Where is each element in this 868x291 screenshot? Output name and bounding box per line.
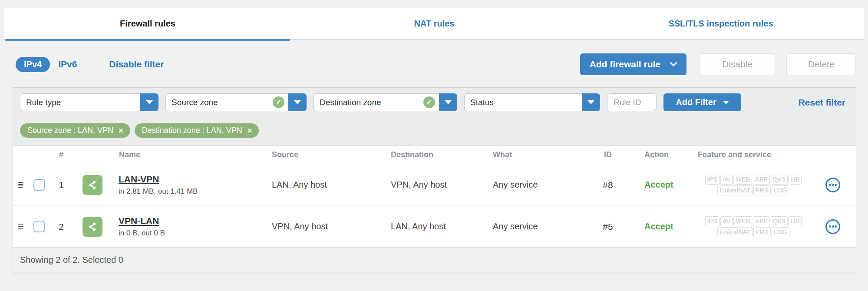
feature-badge: WEB: [733, 216, 752, 226]
ipv6-toggle[interactable]: IPv6: [58, 59, 77, 69]
rule-what: Any service: [493, 222, 591, 231]
table-header-row: # Name Source Destination What ID Action…: [13, 146, 856, 164]
rule-traffic-stats: in 0 B, out 0 B: [119, 229, 165, 238]
triangle-down-icon: [587, 100, 594, 104]
feature-badge: AV: [720, 216, 733, 226]
feature-badge: LinkedNAT: [717, 227, 752, 237]
firewall-rules-table: # Name Source Destination What ID Action…: [13, 146, 856, 271]
add-firewall-rule-label: Add firewall rule: [590, 59, 660, 69]
status-filter-value: Status ✓: [464, 93, 582, 111]
status-filter-dropdown[interactable]: Status ✓: [464, 93, 600, 111]
more-options-icon[interactable]: [825, 178, 840, 192]
feature-badge: QoS: [771, 216, 788, 226]
feature-badge: QoS: [771, 175, 788, 185]
column-header-number: #: [50, 150, 72, 159]
remove-filter-icon[interactable]: ✕: [118, 127, 124, 134]
destination-zone-filter-label: Destination zone: [320, 98, 381, 107]
destination-zone-filter-dropdown[interactable]: Destination zone ✓: [314, 93, 457, 111]
reset-filter-link[interactable]: Reset filter: [798, 97, 845, 108]
row-checkbox[interactable]: [33, 221, 45, 232]
rule-destination: LAN, Any host: [391, 222, 493, 231]
filter-chip-label: Source zone : LAN, VPN: [27, 126, 113, 135]
source-zone-filter-value: Source zone ✓: [165, 93, 288, 111]
delete-button[interactable]: Delete: [786, 53, 856, 75]
add-filter-button[interactable]: Add Filter: [663, 93, 741, 111]
feature-badge: HB: [789, 216, 802, 226]
more-options-icon[interactable]: [825, 219, 840, 234]
network-rule-share-icon: [83, 217, 102, 237]
feature-badge: APP: [753, 216, 770, 226]
column-header-id: ID: [591, 150, 625, 159]
filter-row: Rule type ✓ Source zone ✓ Destination zo…: [13, 88, 856, 111]
disable-filter-link[interactable]: Disable filter: [109, 59, 164, 69]
row-checkbox[interactable]: [33, 179, 45, 191]
filter-chip-destination-zone: Destination zone : LAN, VPN ✕: [135, 123, 259, 138]
column-header-action: Action: [625, 150, 682, 159]
source-zone-filter-dropdown[interactable]: Source zone ✓: [165, 93, 307, 111]
feature-badge: LOG: [772, 185, 789, 195]
network-rule-share-icon: [83, 175, 102, 195]
feature-badge: PRX: [753, 185, 771, 195]
status-filter-label: Status: [470, 98, 494, 107]
column-header-name: Name: [72, 150, 272, 159]
feature-badge: LOG: [772, 227, 789, 237]
rule-type-filter-dropdown[interactable]: Rule type ✓: [20, 93, 158, 111]
tab-ssl-tls-inspection-rules[interactable]: SSL/TLS inspection rules: [578, 8, 864, 39]
column-header-source: Source: [272, 150, 391, 159]
triangle-down-icon: [294, 100, 301, 104]
triangle-down-icon: [146, 100, 153, 104]
rule-name-link[interactable]: LAN-VPN: [119, 174, 159, 185]
feature-badge: WEB: [733, 175, 752, 185]
feature-badge: LinkedNAT: [717, 185, 752, 195]
source-zone-dropdown-button[interactable]: [288, 93, 307, 111]
rule-action: Accept: [625, 180, 682, 190]
feature-badge: IPS: [705, 175, 719, 185]
toolbar: IPv4 IPv6 Disable filter Add firewall ru…: [16, 53, 856, 76]
tab-nat-rules[interactable]: NAT rules: [291, 8, 578, 39]
rule-type-filter-value: Rule type ✓: [20, 93, 140, 111]
row-number: 1: [50, 180, 72, 190]
feature-badge: HB: [789, 175, 802, 185]
source-zone-filter-label: Source zone: [172, 98, 218, 107]
column-header-feature-service: Feature and service: [682, 150, 856, 159]
firewall-rules-panel: Rule type ✓ Source zone ✓ Destination zo…: [13, 87, 856, 274]
remove-filter-icon[interactable]: ✕: [247, 127, 253, 134]
rule-destination: VPN, Any host: [391, 180, 493, 190]
feature-badge: APP: [753, 175, 770, 185]
destination-zone-dropdown-button[interactable]: [439, 93, 457, 111]
rule-action: Accept: [625, 222, 682, 231]
chevron-down-icon: [670, 62, 677, 66]
feature-badge: IPS: [705, 216, 719, 226]
rule-type-filter-label: Rule type: [26, 98, 61, 107]
column-header-destination: Destination: [391, 150, 493, 159]
feature-badges: IPSAVWEBAPPQoSHB LinkedNATPRXLOG: [696, 216, 810, 238]
rule-id-input[interactable]: [607, 93, 657, 111]
triangle-down-icon: [445, 100, 452, 104]
tab-firewall-rules[interactable]: Firewall rules: [4, 8, 291, 39]
table-footer: Showing 2 of 2. Selected 0: [13, 248, 856, 271]
drag-handle-icon[interactable]: [18, 182, 23, 188]
showing-selected-status: Showing 2 of 2. Selected 0: [20, 255, 123, 265]
rule-id: #5: [591, 222, 625, 232]
rule-source: LAN, Any host: [272, 180, 391, 190]
add-filter-label: Add Filter: [676, 97, 716, 107]
rule-traffic-stats: in 2.81 MB, out 1.41 MB: [119, 187, 198, 196]
triangle-down-icon: [723, 101, 729, 104]
filter-applied-check-icon: ✓: [423, 96, 435, 108]
rule-source: VPN, Any host: [272, 222, 391, 231]
filter-chip-source-zone: Source zone : LAN, VPN ✕: [20, 123, 130, 138]
drag-handle-icon[interactable]: [18, 224, 23, 230]
filter-chip-label: Destination zone : LAN, VPN: [142, 126, 242, 135]
feature-badge: AV: [720, 175, 733, 185]
status-dropdown-button[interactable]: [582, 93, 600, 111]
rule-type-dropdown-button[interactable]: [140, 93, 158, 111]
disable-button[interactable]: Disable: [700, 53, 775, 75]
rule-what: Any service: [493, 180, 591, 190]
filter-applied-check-icon: ✓: [273, 96, 284, 108]
ipv4-toggle[interactable]: IPv4: [16, 57, 50, 72]
rule-name-link[interactable]: VPN-LAN: [119, 216, 159, 226]
destination-zone-filter-value: Destination zone ✓: [314, 93, 439, 111]
active-filter-chips: Source zone : LAN, VPN ✕ Destination zon…: [20, 123, 856, 138]
add-firewall-rule-button[interactable]: Add firewall rule: [580, 53, 686, 75]
table-row: 2 VPN-LAN in 0 B, out 0 B VPN, Any ho: [13, 206, 856, 248]
